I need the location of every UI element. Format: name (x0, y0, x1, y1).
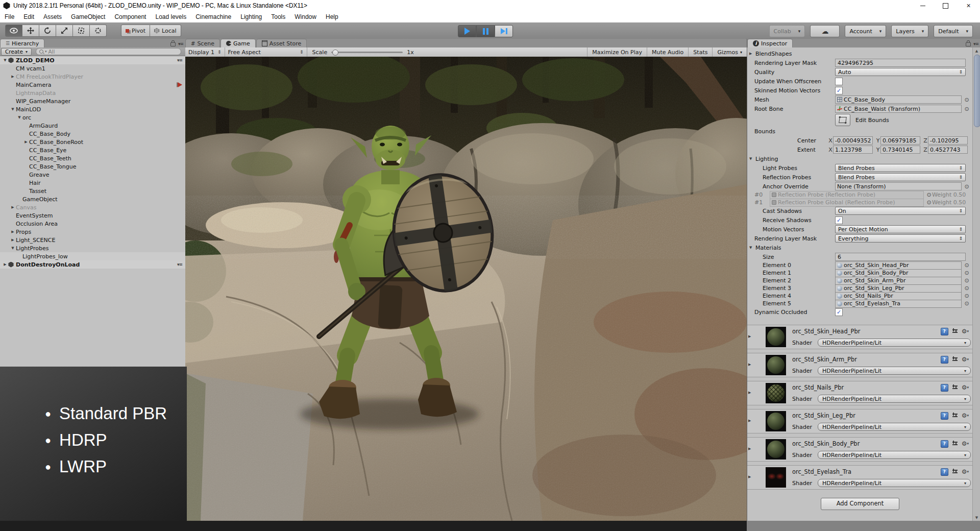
object-picker-icon[interactable]: ⊙ (964, 183, 970, 190)
expand-arrow-icon[interactable]: ▶ (2, 262, 8, 267)
expand-arrow-icon[interactable]: ▼ (10, 246, 16, 250)
vector-x-field[interactable]: 1.123798 (833, 146, 873, 154)
mute-audio-button[interactable]: Mute Audio (647, 47, 688, 57)
tab-hierarchy[interactable]: ☰ Hierarchy (0, 39, 44, 47)
vector-z-field[interactable]: 0.4527743 (928, 146, 968, 154)
help-icon[interactable]: ? (941, 468, 948, 476)
preset-icon[interactable] (952, 469, 958, 475)
expand-arrow-icon[interactable]: ▶ (10, 230, 16, 234)
object-picker-icon[interactable]: ⊙ (964, 106, 970, 112)
object-picker-icon[interactable]: ⊙ (964, 270, 970, 276)
help-icon[interactable]: ? (941, 356, 948, 364)
hierarchy-row-orc[interactable]: ▼orc (0, 113, 185, 122)
menu-item-gameobject[interactable]: GameObject (66, 11, 110, 22)
play-button[interactable] (458, 25, 476, 37)
lock-icon[interactable] (966, 42, 971, 46)
hierarchy-row-gameobject[interactable]: GameObject (0, 195, 185, 203)
layers-dropdown[interactable]: Layers▾ (891, 25, 928, 37)
hierarchy-row-hair[interactable]: Hair (0, 179, 185, 187)
hierarchy-row-tasset[interactable]: Tasset (0, 187, 185, 195)
scale-slider-track[interactable] (331, 52, 403, 53)
preset-icon[interactable] (952, 384, 958, 391)
preset-icon[interactable] (952, 441, 958, 447)
dropdown-field[interactable]: Per Object Motion⇕ (835, 225, 966, 233)
hierarchy-row-cc-base-eye[interactable]: CC_Base_Eye (0, 146, 185, 154)
menu-item-help[interactable]: Help (321, 11, 343, 22)
dropdown-field[interactable]: Everything⇕ (835, 234, 966, 243)
hierarchy-row-wip-gamemanager[interactable]: WIP_GameManager (0, 97, 185, 105)
hierarchy-row-greave[interactable]: Greave (0, 171, 185, 179)
hierarchy-row-dontdestroyonload[interactable]: ▶DontDestroyOnLoad▾≡ (0, 260, 185, 269)
object-field[interactable]: CC_Base_Body (835, 95, 962, 104)
expand-arrow-icon[interactable]: ▶ (10, 205, 16, 209)
checkbox[interactable]: ✓ (835, 308, 843, 316)
scroll-down-icon[interactable]: ▼ (973, 514, 980, 521)
scene-menu-icon[interactable]: ▾≡ (177, 262, 182, 267)
shader-dropdown[interactable]: HDRenderPipeline/Lit▾ (818, 367, 971, 375)
object-field[interactable]: orc_Std_Skin_Body_Pbr (835, 269, 962, 277)
gear-icon[interactable]: ⚙▾ (962, 441, 969, 447)
hierarchy-row-maincamera[interactable]: MainCamera (0, 81, 185, 89)
shader-dropdown[interactable]: HDRenderPipeline/Lit▾ (818, 423, 971, 431)
tab-asset-store[interactable]: Asset Store (256, 39, 307, 47)
checkbox[interactable] (835, 78, 843, 85)
add-component-button[interactable]: Add Component (821, 498, 899, 510)
hierarchy-row-occlusion-area[interactable]: Occlusion Area (0, 220, 185, 228)
gear-icon[interactable]: ⚙▾ (962, 356, 969, 363)
scale-tool-button[interactable] (56, 25, 73, 37)
menu-item-tools[interactable]: Tools (266, 11, 290, 22)
rotate-tool-button[interactable] (39, 25, 56, 37)
hierarchy-row-zlod-demo[interactable]: ▼ZLOD_DEMO▾≡ (0, 56, 185, 64)
tab-scene[interactable]: # Scene (185, 39, 220, 47)
tab-inspector[interactable]: i Inspector (747, 39, 793, 47)
foldout-arrow-icon[interactable]: ▶ (748, 447, 751, 451)
menu-item-cinemachine[interactable]: Cinemachine (191, 11, 236, 22)
hierarchy-row-armgaurd[interactable]: ArmGaurd (0, 122, 185, 130)
menu-item-assets[interactable]: Assets (39, 11, 66, 22)
help-icon[interactable]: ? (941, 328, 948, 335)
foldout-arrow-icon[interactable]: ▶ (749, 52, 755, 56)
hierarchy-row-cc-base-teeth[interactable]: CC_Base_Teeth (0, 154, 185, 162)
account-dropdown[interactable]: Account▾ (845, 25, 886, 37)
tab-game[interactable]: Game (220, 39, 256, 47)
object-picker-icon[interactable]: ⊙ (964, 285, 970, 292)
edit-bounds-button[interactable] (835, 114, 850, 126)
scroll-up-icon[interactable]: ▲ (973, 47, 980, 54)
object-field[interactable]: None (Transform) (835, 182, 962, 190)
foldout-arrow-icon[interactable]: ▶ (748, 475, 751, 479)
hierarchy-row-eventsystem[interactable]: EventSystem (0, 211, 185, 220)
vector-x-field[interactable]: -0.00049352 (833, 136, 873, 144)
vector-y-field[interactable]: 0.7340145 (880, 146, 920, 154)
local-toggle-button[interactable]: Local (150, 25, 181, 37)
preset-icon[interactable] (952, 356, 958, 363)
menu-item-file[interactable]: File (0, 11, 19, 22)
hierarchy-row-cc-base-body[interactable]: CC_Base_Body (0, 130, 185, 138)
foldout-arrow-icon[interactable]: ▼ (749, 246, 755, 250)
pivot-toggle-button[interactable]: Pivot (121, 25, 150, 37)
hierarchy-row-mainlod[interactable]: ▼MainLOD (0, 105, 185, 113)
hierarchy-row-cm-vcam1[interactable]: CM vcam1 (0, 64, 185, 73)
hierarchy-row-light-scence[interactable]: ▶Light_SCENCE (0, 236, 185, 244)
transform-tool-button[interactable] (90, 25, 107, 37)
shader-dropdown[interactable]: HDRenderPipeline/Lit▾ (818, 339, 971, 347)
object-picker-icon[interactable]: ⊙ (964, 262, 970, 269)
expand-arrow-icon[interactable]: ▶ (10, 75, 16, 79)
hierarchy-row-props[interactable]: ▶Props (0, 228, 185, 236)
vector-z-field[interactable]: -0.102095 (928, 136, 968, 144)
object-field[interactable]: orc_Std_Eyelash_Tra (835, 300, 962, 308)
foldout-arrow-icon[interactable]: ▶ (748, 419, 751, 423)
dropdown-field[interactable]: Auto⇕ (835, 68, 966, 76)
object-picker-icon[interactable]: ⊙ (964, 293, 970, 299)
expand-arrow-icon[interactable]: ▶ (23, 140, 29, 144)
dropdown-field[interactable]: Blend Probes⇕ (835, 164, 966, 172)
expand-arrow-icon[interactable]: ▶ (10, 238, 16, 242)
gear-icon[interactable]: ⚙▾ (962, 384, 969, 391)
dropdown-field[interactable]: Blend Probes⇕ (835, 173, 966, 181)
foldout-arrow-icon[interactable]: ▼ (749, 157, 755, 161)
pane-menu-icon[interactable]: ▾≡ (973, 41, 978, 46)
menu-item-window[interactable]: Window (290, 11, 321, 22)
checkbox[interactable]: ✓ (835, 87, 843, 94)
minimize-button[interactable] (911, 0, 934, 11)
expand-arrow-icon[interactable]: ▼ (16, 115, 22, 119)
hierarchy-row-cc-base-tongue[interactable]: CC_Base_Tongue (0, 162, 185, 171)
